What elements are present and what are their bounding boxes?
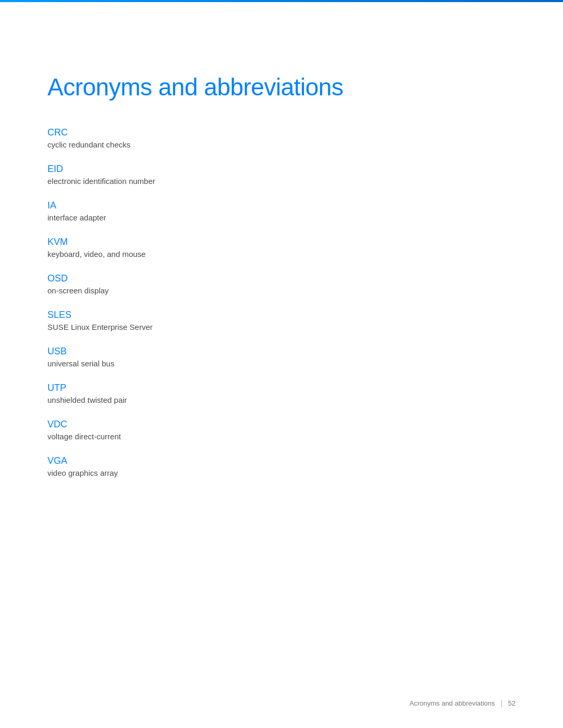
acronym-entry: USBuniversal serial bus (47, 346, 516, 368)
footer: Acronyms and abbreviations 52 (410, 699, 516, 707)
acronym-term: EID (47, 164, 516, 175)
acronym-term: VGA (47, 455, 516, 466)
acronym-entry: KVMkeyboard, video, and mouse (47, 237, 516, 258)
acronym-entry: OSDon-screen display (47, 273, 516, 295)
acronym-definition: unshielded twisted pair (47, 396, 516, 404)
acronym-definition: voltage direct-current (47, 432, 516, 441)
top-border (0, 0, 563, 2)
acronym-term: SLES (47, 310, 516, 320)
acronym-term: CRC (47, 127, 516, 138)
acronym-definition: universal serial bus (47, 359, 516, 368)
acronym-entry: SLESSUSE Linux Enterprise Server (47, 310, 516, 331)
acronym-list: CRCcyclic redundant checksEIDelectronic … (47, 127, 516, 477)
acronym-term: VDC (47, 419, 516, 430)
acronym-entry: VDCvoltage direct-current (47, 419, 516, 441)
acronym-definition: interface adapter (47, 213, 516, 222)
page-title: Acronyms and abbreviations (47, 73, 516, 101)
acronym-term: OSD (47, 273, 516, 284)
acronym-entry: IAinterface adapter (47, 200, 516, 222)
footer-page: 52 (508, 699, 516, 707)
acronym-term: IA (47, 200, 516, 211)
acronym-entry: CRCcyclic redundant checks (47, 127, 516, 149)
acronym-definition: electronic identification number (47, 177, 516, 186)
acronym-definition: keyboard, video, and mouse (47, 250, 516, 258)
acronym-term: USB (47, 346, 516, 357)
acronym-term: UTP (47, 382, 516, 393)
acronym-term: KVM (47, 237, 516, 248)
footer-text: Acronyms and abbreviations (410, 699, 495, 707)
acronym-entry: VGAvideo graphics array (47, 455, 516, 477)
acronym-entry: EIDelectronic identification number (47, 164, 516, 186)
acronym-entry: UTPunshielded twisted pair (47, 382, 516, 404)
acronym-definition: video graphics array (47, 468, 516, 477)
acronym-definition: cyclic redundant checks (47, 140, 516, 149)
acronym-definition: SUSE Linux Enterprise Server (47, 323, 516, 331)
footer-separator (501, 700, 502, 707)
acronym-definition: on-screen display (47, 286, 516, 295)
